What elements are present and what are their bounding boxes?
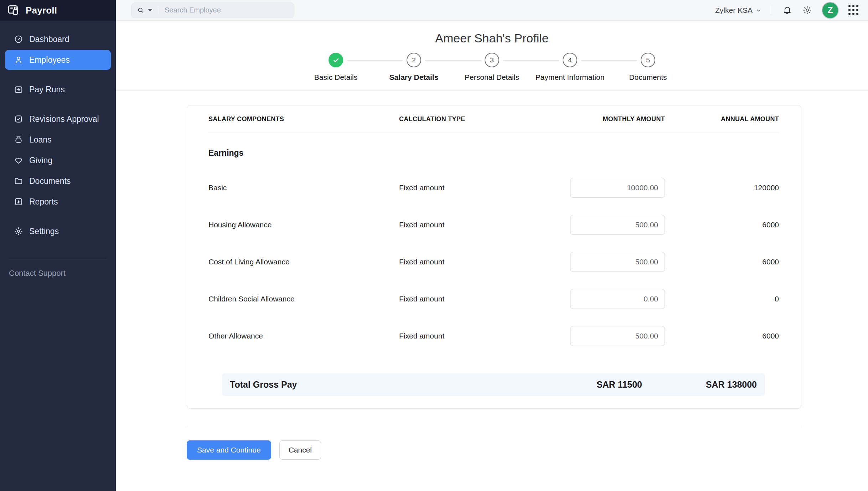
monthly-amount-input[interactable] (570, 178, 665, 198)
total-gross-pay-row: Total Gross Pay SAR 11500 SAR 138000 (222, 373, 765, 396)
dashboard-icon (14, 35, 23, 44)
sidebar-nav: Dashboard Employees Pay Runs (0, 21, 116, 242)
sidebar: Payroll Dashboard Employees (0, 0, 116, 491)
step-number: 5 (641, 53, 655, 67)
total-annual-amount: SAR 138000 (642, 379, 757, 390)
step-label: Basic Details (314, 73, 357, 82)
table-row: Basic Fixed amount 120000 (208, 169, 779, 206)
table-row: Children Social Allowance Fixed amount 0 (208, 280, 779, 317)
monthly-amount-input[interactable] (570, 252, 665, 272)
search-input[interactable] (165, 6, 288, 14)
step-label: Salary Details (389, 73, 439, 82)
annual-amount: 6000 (665, 221, 779, 229)
main-area: Zylker KSA (116, 0, 868, 491)
total-monthly-amount: SAR 11500 (571, 379, 642, 390)
sidebar-header: Payroll (0, 0, 116, 21)
calculation-type: Fixed amount (399, 332, 570, 340)
component-name: Cost of Living Allowance (208, 258, 399, 266)
topbar-divider (772, 5, 772, 15)
page-title: Ameer Shah's Profile (116, 31, 868, 45)
profile-header: Ameer Shah's Profile Basic Details 2 Sal… (116, 21, 868, 91)
save-and-continue-button[interactable]: Save and Continue (187, 440, 271, 460)
employees-icon (14, 55, 23, 64)
sidebar-item-label: Loans (29, 135, 52, 145)
step-number: 4 (563, 53, 577, 67)
pay-runs-icon (14, 85, 23, 94)
sidebar-item-revisions-approval[interactable]: Revisions Approval (5, 109, 111, 129)
monthly-amount-input[interactable] (570, 326, 665, 346)
sidebar-item-dashboard[interactable]: Dashboard (5, 29, 111, 49)
chevron-down-icon (756, 7, 761, 13)
avatar[interactable]: Z (822, 2, 838, 18)
sidebar-item-pay-runs[interactable]: Pay Runs (5, 79, 111, 99)
sidebar-item-label: Reports (29, 197, 58, 207)
org-name: Zylker KSA (715, 6, 753, 15)
sidebar-item-documents[interactable]: Documents (5, 171, 111, 191)
sidebar-item-giving[interactable]: Giving (5, 150, 111, 170)
step-number: 3 (485, 53, 499, 67)
calculation-type: Fixed amount (399, 221, 570, 229)
search-icon (137, 7, 144, 14)
step-documents[interactable]: 5 Documents (609, 53, 687, 82)
annual-amount: 120000 (665, 184, 779, 192)
bell-icon[interactable] (782, 5, 792, 15)
component-name: Basic (208, 184, 399, 192)
earnings-section-title: Earnings (208, 144, 779, 161)
sidebar-divider (9, 259, 107, 259)
salary-details-body: SALARY COMPONENTS CALCULATION TYPE MONTH… (116, 91, 868, 491)
table-header: SALARY COMPONENTS CALCULATION TYPE MONTH… (208, 105, 779, 133)
annual-amount: 6000 (665, 332, 779, 340)
step-basic-details[interactable]: Basic Details (297, 53, 375, 82)
header-calculation-type: CALCULATION TYPE (399, 115, 570, 123)
gear-icon[interactable] (802, 5, 812, 15)
sidebar-item-label: Revisions Approval (29, 114, 99, 124)
step-label: Documents (629, 73, 667, 82)
sidebar-item-settings[interactable]: Settings (5, 221, 111, 241)
step-payment-information[interactable]: 4 Payment Information (531, 53, 609, 82)
form-actions: Save and Continue Cancel (187, 440, 801, 474)
loans-icon (14, 135, 23, 144)
documents-icon (14, 176, 23, 186)
revisions-approval-icon (14, 114, 23, 124)
org-switcher[interactable]: Zylker KSA (715, 6, 761, 15)
sidebar-item-loans[interactable]: Loans (5, 130, 111, 150)
sidebar-item-label: Dashboard (29, 35, 69, 44)
component-name: Other Allowance (208, 332, 399, 340)
step-label: Personal Details (465, 73, 519, 82)
annual-amount: 6000 (665, 258, 779, 266)
calculation-type: Fixed amount (399, 258, 570, 266)
giving-icon (14, 156, 23, 165)
total-label: Total Gross Pay (230, 379, 571, 390)
sidebar-item-label: Documents (29, 176, 71, 186)
step-salary-details[interactable]: 2 Salary Details (375, 53, 453, 82)
earnings-rows: Basic Fixed amount 120000 Housing Allowa… (208, 169, 779, 355)
step-label: Payment Information (536, 73, 605, 82)
table-row: Cost of Living Allowance Fixed amount 60… (208, 243, 779, 280)
table-row: Other Allowance Fixed amount 6000 (208, 317, 779, 355)
calculation-type: Fixed amount (399, 295, 570, 303)
monthly-amount-input[interactable] (570, 215, 665, 235)
sidebar-item-label: Giving (29, 156, 52, 165)
header-annual-amount: ANNUAL AMOUNT (665, 115, 779, 123)
sidebar-item-label: Settings (29, 227, 59, 236)
monthly-amount-input[interactable] (570, 289, 665, 309)
reports-icon (14, 197, 23, 206)
employee-search-box[interactable] (131, 2, 294, 18)
contact-support-link[interactable]: Contact Support (5, 269, 111, 278)
topbar-right: Zylker KSA (715, 2, 859, 18)
step-complete-circle (329, 53, 343, 67)
search-scope-caret-icon[interactable] (148, 9, 152, 11)
sidebar-item-reports[interactable]: Reports (5, 192, 111, 212)
annual-amount: 0 (665, 295, 779, 303)
component-name: Children Social Allowance (208, 295, 399, 303)
sidebar-item-employees[interactable]: Employees (5, 50, 111, 70)
search-separator (158, 6, 158, 14)
cancel-button[interactable]: Cancel (279, 440, 321, 460)
calculation-type: Fixed amount (399, 184, 570, 192)
apps-grid-icon[interactable] (848, 5, 859, 15)
table-row: Housing Allowance Fixed amount 6000 (208, 206, 779, 243)
check-icon (332, 57, 340, 64)
step-personal-details[interactable]: 3 Personal Details (453, 53, 531, 82)
sidebar-item-label: Pay Runs (29, 85, 65, 94)
payroll-app: Payroll Dashboard Employees (0, 0, 868, 491)
